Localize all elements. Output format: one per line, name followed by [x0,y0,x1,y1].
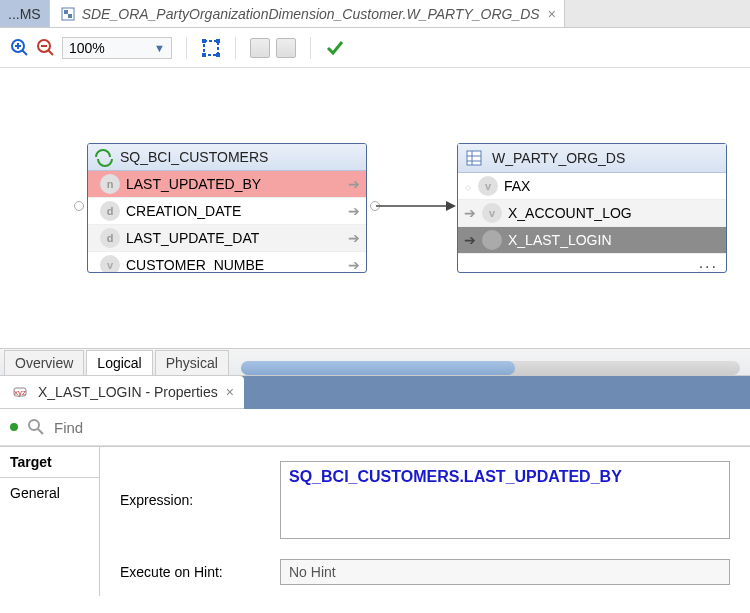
node-title: SQ_BCI_CUSTOMERS [120,149,268,165]
in-port-icon: ➔ [464,205,476,221]
svg-text:xyz: xyz [14,388,26,397]
column-row[interactable]: d CREATION_DATE ➔ [88,198,366,225]
slider-thumb[interactable] [241,361,516,375]
out-port-icon: ➔ [348,203,360,219]
column-name: LAST_UPDATE_DAT [126,230,342,246]
fit-icon[interactable] [201,38,221,58]
tab-physical[interactable]: Physical [155,350,229,375]
svg-rect-17 [467,151,481,165]
svg-line-8 [48,50,53,55]
find-input[interactable] [54,419,740,436]
refresh-icon [94,148,112,166]
close-icon[interactable]: × [226,384,234,400]
column-name: X_ACCOUNT_LOG [508,205,720,221]
zoom-out-icon[interactable] [36,38,56,58]
node-title: W_PARTY_ORG_DS [492,150,625,166]
anchor-left[interactable] [74,201,84,211]
svg-line-4 [22,50,27,55]
col-type-icon: v [482,230,502,250]
column-row[interactable]: d LAST_UPDATE_DAT ➔ [88,225,366,252]
svg-point-23 [29,420,39,430]
svg-rect-12 [216,39,220,43]
hint-label: Execute on Hint: [120,564,280,580]
chevron-down-icon: ▼ [154,42,165,54]
tab-label: SDE_ORA_PartyOrganizationDimension_Custo… [82,6,540,22]
svg-rect-10 [204,41,218,55]
col-type-icon: d [100,228,120,248]
column-name: X_LAST_LOGIN [508,232,720,248]
separator [310,37,311,59]
col-type-icon: n [100,174,120,194]
column-name: CREATION_DATE [126,203,342,219]
tab-active[interactable]: SDE_ORA_PartyOrganizationDimension_Custo… [50,0,565,27]
col-type-icon: v [482,203,502,223]
tab-logical[interactable]: Logical [86,350,152,375]
svg-rect-14 [216,53,220,57]
check-icon[interactable] [325,38,345,58]
svg-rect-11 [202,39,206,43]
svg-rect-13 [202,53,206,57]
in-port-icon: ⬦ [464,178,472,194]
column-name: LAST_UPDATED_BY [126,176,342,192]
column-icon: xyz [10,382,30,402]
col-type-icon: v [100,255,120,273]
node-header[interactable]: SQ_BCI_CUSTOMERS [88,144,366,171]
more-rows[interactable]: ... [458,254,726,272]
svg-line-24 [38,429,43,434]
separator [186,37,187,59]
col-type-icon: d [100,201,120,221]
disabled-action-1 [250,38,270,58]
column-name: FAX [504,178,720,194]
mapping-icon [58,4,78,24]
search-icon [26,417,46,437]
status-dot-icon [10,423,18,431]
expression-label: Expression: [120,492,280,508]
column-row[interactable]: n LAST_UPDATED_BY ➔ [88,171,366,198]
expression-input[interactable]: SQ_BCI_CUSTOMERS.LAST_UPDATED_BY [280,461,730,539]
tab-previous[interactable]: ...MS [0,0,50,27]
separator [235,37,236,59]
view-slider[interactable] [241,361,740,375]
tab-overview[interactable]: Overview [4,350,84,375]
zoom-combo[interactable]: 100% ▼ [62,37,172,59]
node-header[interactable]: W_PARTY_ORG_DS [458,144,726,173]
properties-title: X_LAST_LOGIN - Properties [38,384,218,400]
properties-tab[interactable]: xyz X_LAST_LOGIN - Properties × [0,376,244,409]
column-row[interactable]: ➔ v X_ACCOUNT_LOG [458,200,726,227]
col-type-icon: v [478,176,498,196]
flow-link[interactable] [376,196,456,216]
tab-label: ...MS [8,6,41,22]
column-row[interactable]: ⬦ v FAX [458,173,726,200]
mapping-canvas[interactable]: SQ_BCI_CUSTOMERS n LAST_UPDATED_BY ➔ d C… [0,68,750,348]
close-icon[interactable]: × [548,6,556,22]
side-tab-general[interactable]: General [0,478,99,508]
source-node[interactable]: SQ_BCI_CUSTOMERS n LAST_UPDATED_BY ➔ d C… [87,143,367,273]
in-port-icon: ➔ [464,232,476,248]
svg-rect-2 [68,14,72,18]
out-port-icon: ➔ [348,176,360,192]
out-port-icon: ➔ [348,257,360,273]
hint-combo[interactable]: No Hint [280,559,730,585]
column-name: CUSTOMER_NUMBE [126,257,342,273]
zoom-value: 100% [69,40,105,56]
column-row[interactable]: v CUSTOMER_NUMBE ➔ [88,252,366,273]
svg-rect-1 [64,10,68,14]
zoom-in-icon[interactable] [10,38,30,58]
column-row[interactable]: ➔ v X_LAST_LOGIN [458,227,726,254]
table-icon [464,148,484,168]
svg-marker-16 [446,201,456,211]
side-tab-target[interactable]: Target [0,447,99,478]
target-node[interactable]: W_PARTY_ORG_DS ⬦ v FAX ➔ v X_ACCOUNT_LOG… [457,143,727,273]
out-port-icon: ➔ [348,230,360,246]
disabled-action-2 [276,38,296,58]
